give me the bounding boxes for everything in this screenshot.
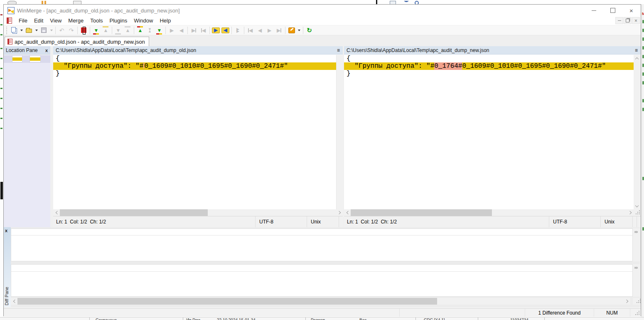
open-icon[interactable]	[24, 26, 34, 35]
code-line[interactable]: }	[53, 70, 336, 77]
undo-icon[interactable]: ↶	[57, 26, 66, 35]
first-file-icon[interactable]: ◀	[246, 26, 255, 35]
menu-help[interactable]: Help	[156, 17, 174, 25]
next-difference-icon[interactable]: ▼	[91, 26, 101, 35]
resize-grip-icon[interactable]	[636, 213, 637, 214]
diff-line[interactable]: "Группы доступа": "#0_1764#0_1609#0_1010…	[344, 62, 634, 70]
plugins-icon[interactable]	[287, 26, 296, 35]
left-header-menu-icon[interactable]: ≡	[334, 47, 343, 53]
mdi-minimize-button[interactable]	[615, 17, 623, 24]
menu-view[interactable]: View	[47, 17, 65, 25]
previous-difference-all-icon[interactable]: ▲	[123, 26, 133, 35]
next-difference-all-icon[interactable]: ▼	[113, 26, 123, 35]
window-title: WinMerge - [apc_audit_dump_old.json - ap…	[17, 7, 180, 14]
copy-all-left-icon[interactable]: ◀	[221, 26, 230, 35]
scroll-left-icon[interactable]	[11, 298, 17, 305]
first-difference-icon[interactable]: ▲	[135, 26, 145, 35]
previous-difference-icon[interactable]: ▲	[101, 26, 111, 35]
location-pane-body[interactable]	[4, 55, 50, 227]
scroll-left-icon[interactable]	[344, 209, 351, 216]
scroll-thumb[interactable]	[351, 209, 492, 216]
right-vertical-scrollbar[interactable]	[634, 55, 641, 209]
scroll-right-icon[interactable]	[336, 209, 343, 216]
new-file-icon[interactable]	[9, 26, 19, 35]
location-strip-right-file[interactable]	[29, 55, 41, 62]
save-icon[interactable]	[39, 26, 49, 35]
scroll-down-icon[interactable]	[633, 228, 639, 235]
diff-pane-label-strip[interactable]: x Diff Pane	[4, 227, 11, 307]
left-horizontal-scrollbar[interactable]	[53, 209, 343, 216]
redo-icon[interactable]: ↷	[66, 26, 76, 35]
current-difference-icon[interactable]: ▼▲	[145, 26, 155, 35]
title-bar[interactable]: WinMerge - [apc_audit_dump_old.json - ap…	[4, 5, 641, 16]
open-dropdown-icon[interactable]	[34, 26, 39, 35]
menu-tools[interactable]: Tools	[87, 17, 106, 25]
mdi-document-icon[interactable]	[7, 17, 12, 24]
cursor-position: Ln: 1 Col: 1/2 Ch: 1/2	[344, 219, 549, 225]
auto-merge-icon[interactable]: ▶▶	[233, 26, 243, 35]
next-file-icon[interactable]: ▶	[265, 26, 274, 35]
scroll-thumb[interactable]	[60, 209, 208, 216]
maximize-button[interactable]	[603, 5, 622, 16]
copy-all-right-icon[interactable]: ▶	[211, 26, 221, 35]
right-horizontal-scrollbar[interactable]	[344, 209, 634, 216]
resize-grip-icon[interactable]	[637, 302, 637, 303]
minimize-button[interactable]	[585, 5, 603, 16]
menu-window[interactable]: Window	[130, 17, 156, 25]
compare-tab[interactable]: apc_audit_dump_old.json - apc_audit_dump…	[5, 37, 149, 46]
diff-pane-scrollbar[interactable]	[633, 228, 640, 261]
resize-grip-icon[interactable]	[635, 314, 636, 315]
menu-file[interactable]: File	[15, 17, 31, 25]
eol-indicator: Unix	[307, 216, 339, 227]
close-button[interactable]: ×	[622, 5, 641, 16]
copy-right-icon[interactable]: ▶	[167, 26, 177, 35]
diff-pane-horizontal-scrollbar[interactable]	[11, 298, 630, 305]
mdi-close-button[interactable]: ×	[632, 17, 640, 24]
right-editor[interactable]: { "Группы доступа": "#0_1764#0_1609#0_10…	[344, 55, 634, 209]
scroll-left-icon[interactable]	[53, 209, 60, 216]
menu-edit[interactable]: Edit	[31, 17, 47, 25]
code-line[interactable]: }	[344, 70, 634, 77]
left-editor[interactable]: { "Группы доступа": "#0_1609#0_1010#0_16…	[53, 55, 336, 209]
right-file-pane: C:\Users\Shidla\AppData\Local\Temp\apc_a…	[344, 46, 641, 227]
window-divider	[376, 0, 377, 4]
encoding-indicator: UTF-8	[549, 216, 600, 227]
left-vertical-scrollbar[interactable]	[336, 55, 343, 209]
location-splitter[interactable]	[50, 46, 53, 227]
location-diff-marker[interactable]	[12, 57, 22, 61]
toolbar-grip[interactable]	[6, 27, 8, 34]
scroll-right-icon[interactable]	[624, 298, 630, 305]
location-pane-close-icon[interactable]: x	[43, 48, 50, 53]
diff-line[interactable]: "Группы доступа": "#0_1609#0_1010#0_1695…	[53, 62, 336, 70]
scroll-thumb[interactable]	[17, 298, 437, 305]
menu-plugins[interactable]: Plugins	[106, 17, 131, 25]
copy-right-and-advance-icon[interactable]: ▶	[189, 26, 199, 35]
encoding-indicator: UTF-8	[255, 216, 307, 227]
scroll-right-icon[interactable]	[627, 209, 634, 216]
diff-pane-scrollbar[interactable]	[633, 264, 640, 297]
new-file-dropdown-icon[interactable]	[19, 26, 24, 35]
scroll-up-icon[interactable]	[634, 55, 640, 62]
code-line[interactable]: {	[53, 55, 336, 62]
select-line-difference-icon[interactable]	[79, 26, 88, 35]
copy-left-and-advance-icon[interactable]: ◀	[199, 26, 208, 35]
location-strip-left-file[interactable]	[12, 55, 22, 62]
copy-left-icon[interactable]: ◀	[177, 26, 186, 35]
diff-pane-close-icon[interactable]: x	[5, 228, 7, 233]
diff-pane-left-text[interactable]	[11, 228, 633, 261]
menu-merge[interactable]: Merge	[65, 17, 87, 25]
scroll-down-icon[interactable]	[634, 203, 640, 209]
last-difference-icon[interactable]: ▼	[155, 26, 164, 35]
plugins-dropdown-icon[interactable]	[296, 26, 302, 35]
location-diff-marker[interactable]	[30, 57, 40, 61]
diff-pane-right-text[interactable]	[11, 264, 633, 297]
scroll-down-icon[interactable]	[633, 264, 639, 271]
background-scroll-thumb	[0, 182, 3, 199]
code-line[interactable]: {	[344, 55, 634, 62]
right-header-menu-icon[interactable]: ≡	[632, 47, 641, 53]
previous-file-icon[interactable]: ◀	[255, 26, 265, 35]
mdi-restore-button[interactable]	[624, 17, 632, 24]
save-dropdown-icon[interactable]	[49, 26, 54, 35]
last-file-icon[interactable]: ▶	[274, 26, 284, 35]
refresh-icon[interactable]: ↻	[305, 26, 314, 35]
